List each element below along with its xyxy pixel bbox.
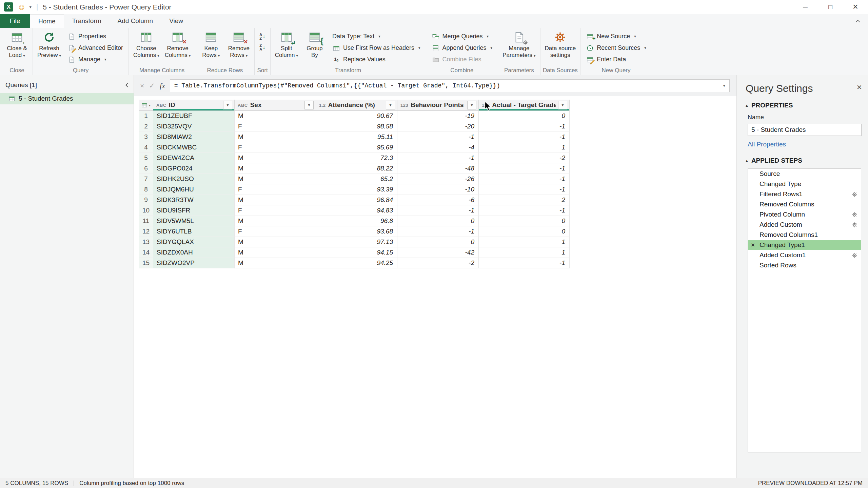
properties-button[interactable]: Properties — [64, 31, 126, 42]
applied-step[interactable]: Removed Columns — [748, 199, 861, 209]
cell-id[interactable]: SIDCKMWBC — [153, 142, 235, 153]
cell-actual-target-grade[interactable]: 1 — [479, 247, 570, 258]
column-header-actual-target-grade[interactable]: 123 Actual - Target Grade ▾ — [479, 100, 570, 111]
recent-sources-button[interactable]: Recent Sources ▾ — [583, 42, 650, 54]
cell-sex[interactable]: M — [235, 247, 316, 258]
cell-behaviour-points[interactable]: -10 — [397, 184, 479, 195]
cancel-formula-icon[interactable]: × — [140, 82, 144, 90]
group-by-button[interactable]: { Group By — [301, 29, 328, 59]
filter-dropdown-icon[interactable]: ▾ — [223, 101, 232, 109]
merge-queries-button[interactable]: Merge Queries ▾ — [428, 31, 496, 42]
cell-behaviour-points[interactable]: -20 — [397, 121, 479, 132]
all-properties-link[interactable]: All Properties — [737, 141, 868, 148]
row-number[interactable]: 6 — [139, 163, 153, 174]
cell-sex[interactable]: M — [235, 195, 316, 205]
query-name-input[interactable] — [748, 124, 862, 136]
formula-input[interactable]: = Table.TransformColumnTypes(#"Removed C… — [170, 79, 730, 92]
minimize-button[interactable]: ─ — [793, 0, 818, 14]
filter-dropdown-icon[interactable]: ▾ — [386, 101, 395, 109]
applied-step[interactable]: Sorted Rows — [748, 260, 861, 270]
cell-attendance[interactable]: 95.69 — [316, 142, 397, 153]
applied-step[interactable]: Removed Columns1 — [748, 230, 861, 240]
cell-sex[interactable]: M — [235, 237, 316, 247]
filter-dropdown-icon[interactable]: ▾ — [467, 101, 476, 109]
choose-columns-button[interactable]: Choose Columns▾ — [131, 29, 162, 59]
close-and-load-button[interactable]: → Close & Load▾ — [3, 29, 31, 59]
cell-attendance[interactable]: 96.84 — [316, 195, 397, 205]
row-number[interactable]: 4 — [139, 142, 153, 153]
row-number[interactable]: 2 — [139, 121, 153, 132]
split-column-button[interactable]: ⇄ Split Column▾ — [273, 29, 300, 59]
cell-behaviour-points[interactable]: -48 — [397, 163, 479, 174]
applied-step[interactable]: Pivoted Column — [748, 209, 861, 220]
cell-attendance[interactable]: 93.68 — [316, 226, 397, 237]
cell-behaviour-points[interactable]: -1 — [397, 226, 479, 237]
cell-attendance[interactable]: 88.22 — [316, 163, 397, 174]
cell-sex[interactable]: M — [235, 174, 316, 184]
manage-parameters-button[interactable]: Manage Parameters▾ — [500, 29, 538, 59]
cell-id[interactable]: SIDU9ISFR — [153, 205, 235, 216]
close-settings-icon[interactable]: × — [857, 83, 862, 92]
cell-behaviour-points[interactable]: 0 — [397, 216, 479, 226]
cell-behaviour-points[interactable]: -42 — [397, 247, 479, 258]
cell-attendance[interactable]: 95.11 — [316, 132, 397, 142]
applied-steps-section-header[interactable]: ▲ APPLIED STEPS — [737, 157, 868, 164]
cell-behaviour-points[interactable]: -19 — [397, 111, 479, 121]
cell-actual-target-grade[interactable]: -1 — [479, 184, 570, 195]
cell-actual-target-grade[interactable]: -1 — [479, 163, 570, 174]
cell-attendance[interactable]: 98.58 — [316, 121, 397, 132]
cell-behaviour-points[interactable]: -2 — [397, 258, 479, 268]
query-list-item[interactable]: 5 - Student Grades — [0, 93, 134, 104]
cell-attendance[interactable]: 97.13 — [316, 237, 397, 247]
data-type-button[interactable]: Data Type: Text ▾ — [329, 31, 424, 42]
cell-actual-target-grade[interactable]: 2 — [479, 195, 570, 205]
row-number[interactable]: 1 — [139, 111, 153, 121]
cell-id[interactable]: SID1ZEUBF — [153, 111, 235, 121]
cell-actual-target-grade[interactable]: 1 — [479, 237, 570, 247]
cell-attendance[interactable]: 94.83 — [316, 205, 397, 216]
applied-step[interactable]: Source — [748, 169, 861, 179]
cell-actual-target-grade[interactable]: -1 — [479, 174, 570, 184]
cell-id[interactable]: SIDY6UTLB — [153, 226, 235, 237]
column-header-sex[interactable]: ABC Sex ▾ — [235, 100, 316, 111]
cell-attendance[interactable]: 96.8 — [316, 216, 397, 226]
cell-sex[interactable]: M — [235, 153, 316, 163]
cell-attendance[interactable]: 65.2 — [316, 174, 397, 184]
tab-add-column[interactable]: Add Column — [110, 14, 161, 28]
cell-id[interactable]: SIDZDX0AH — [153, 247, 235, 258]
row-number[interactable]: 5 — [139, 153, 153, 163]
cell-id[interactable]: SIDZWO2VP — [153, 258, 235, 268]
column-header-behaviour-points[interactable]: 123 Behaviour Points ▾ — [397, 100, 479, 111]
enter-data-button[interactable]: Enter Data — [583, 54, 650, 65]
cell-id[interactable]: SIDYGQLAX — [153, 237, 235, 247]
cell-attendance[interactable]: 94.25 — [316, 258, 397, 268]
cell-sex[interactable]: F — [235, 121, 316, 132]
cell-actual-target-grade[interactable]: 1 — [479, 142, 570, 153]
cell-behaviour-points[interactable]: 0 — [397, 237, 479, 247]
cell-sex[interactable]: M — [235, 163, 316, 174]
new-source-button[interactable]: + New Source ▾ — [583, 31, 650, 42]
keep-rows-button[interactable]: Keep Rows▾ — [197, 29, 224, 59]
applied-step[interactable]: Filtered Rows1 — [748, 189, 861, 199]
sort-ascending-button[interactable]: AZ↓ — [257, 32, 268, 41]
filter-dropdown-icon[interactable]: ▾ — [558, 101, 567, 109]
tab-file[interactable]: File — [0, 14, 30, 28]
cell-actual-target-grade[interactable]: 0 — [479, 216, 570, 226]
profiling-info[interactable]: Column profiling based on top 1000 rows — [79, 480, 184, 487]
row-number[interactable]: 13 — [139, 237, 153, 247]
cell-sex[interactable]: M — [235, 132, 316, 142]
replace-values-button[interactable]: 12 Replace Values — [329, 54, 424, 65]
cell-sex[interactable]: F — [235, 142, 316, 153]
cell-behaviour-points[interactable]: -1 — [397, 153, 479, 163]
row-number[interactable]: 10 — [139, 205, 153, 216]
row-number[interactable]: 9 — [139, 195, 153, 205]
cell-id[interactable]: SID325VQV — [153, 121, 235, 132]
step-settings-gear-icon[interactable] — [851, 252, 858, 259]
applied-step[interactable]: ×Changed Type1 — [748, 240, 861, 250]
remove-rows-button[interactable]: × Remove Rows▾ — [225, 29, 252, 59]
applied-step[interactable]: Changed Type — [748, 179, 861, 189]
data-source-settings-button[interactable]: Data source settings — [542, 29, 578, 59]
cell-sex[interactable]: F — [235, 205, 316, 216]
maximize-button[interactable]: □ — [818, 0, 843, 14]
cell-actual-target-grade[interactable]: -1 — [479, 132, 570, 142]
